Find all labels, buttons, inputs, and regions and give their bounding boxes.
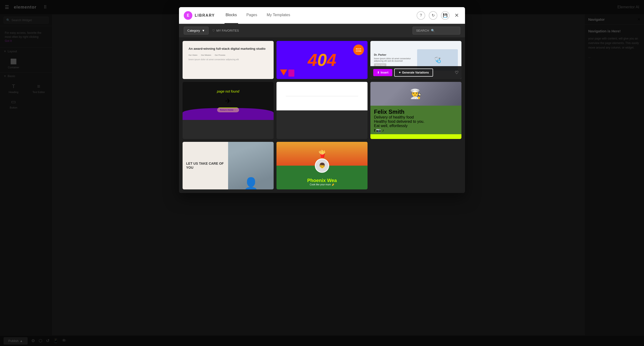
sparkle-icon: ✦: [398, 71, 401, 74]
insert-button[interactable]: ⬇ Insert: [373, 69, 392, 76]
food-phoenix-preview: 🍟 👦 Phoenix Wea Cook like your mum 🤌: [276, 142, 368, 189]
skincare-image: 👤: [228, 142, 274, 189]
tab-blocks[interactable]: Blocks: [224, 7, 238, 24]
template-card-404-colorful[interactable]: 404 BACK HOME: [276, 41, 368, 79]
save-button[interactable]: 💾: [441, 11, 450, 20]
tiktok-icon: ♪: [382, 128, 384, 132]
marketing-title: An award-winning full-stack digital mark…: [188, 47, 266, 51]
info-button[interactable]: ?: [416, 11, 425, 20]
felix-subtitle: Delivery of healthy food: [374, 115, 458, 120]
phoenix-avatar: 👦: [315, 159, 329, 173]
library-logo: E LIBRARY: [184, 11, 215, 20]
rect-decor: [288, 69, 294, 77]
generate-variations-button[interactable]: ✦ Generate Variations: [394, 69, 433, 77]
felix-green-bg: Felix Smith Delivery of healthy food Hea…: [370, 106, 462, 135]
doctor-name: Dr. Parker: [374, 53, 415, 56]
download-icon: ⬇: [377, 71, 380, 74]
modal-overlay: E LIBRARY Blocks Pages My Templates ?: [0, 0, 644, 346]
search-icon: 🔍: [431, 29, 435, 32]
felix-name: Felix Smith: [374, 109, 458, 115]
felix-desc: Healthy food delivered to you. Eat well,…: [374, 120, 458, 128]
blob-decor: [182, 108, 274, 120]
template-card-doctor[interactable]: Dr. Parker lorem ipsum dolor sit amet co…: [370, 41, 462, 79]
modal-close-button[interactable]: ✕: [453, 12, 460, 19]
save-icon: 💾: [443, 13, 448, 18]
library-logo-text: LIBRARY: [195, 13, 215, 18]
model-silhouette: 👤: [244, 177, 258, 189]
tab-pages[interactable]: Pages: [245, 7, 258, 24]
marketing-lorem: lorem ipsum dolor sit amet consectetur a…: [188, 58, 239, 61]
felix-preview: Felix Smith Delivery of healthy food Hea…: [370, 82, 462, 139]
triangle-decor: [280, 69, 287, 75]
modal-header-actions: ? ↻ 💾 ✕: [416, 11, 460, 20]
library-logo-letter: E: [187, 13, 190, 18]
felix-text-block: Felix Smith Delivery of healthy food Hea…: [374, 109, 458, 133]
filter-bar: Category ▼ ♡ MY FAVORITES SEARCH 🔍: [179, 24, 465, 37]
template-card-felix[interactable]: Felix Smith Delivery of healthy food Hea…: [370, 82, 462, 139]
doctor-text-side: Dr. Parker lorem ipsum dolor sit amet co…: [374, 53, 415, 67]
404-colorful-preview: 404 BACK HOME: [276, 41, 368, 79]
search-bar[interactable]: SEARCH 🔍: [412, 27, 460, 34]
dropdown-arrow-icon: ▼: [202, 29, 205, 32]
instagram-icon: 📷: [376, 128, 381, 132]
category-label: Category: [187, 29, 200, 32]
phoenix-name: Phoenix Wea: [307, 178, 337, 183]
minimal-inner: [286, 96, 358, 96]
heart-favorites-icon: ♡: [212, 29, 215, 32]
refresh-icon: ↻: [432, 13, 435, 18]
pnf-title: page not found: [217, 89, 239, 93]
aircraft-icon: ✈: [225, 97, 231, 105]
404-big-text: 404: [308, 51, 336, 69]
insert-label: Insert: [381, 71, 388, 74]
template-card-minimal[interactable]: [276, 82, 368, 139]
minimal-preview: [276, 82, 368, 110]
skincare-title: LET US TAKE CARE OF YOU: [186, 162, 224, 170]
generate-label: Generate Variations: [402, 71, 429, 74]
marketing-stat-mission: Our Mission: [201, 54, 211, 56]
food-emoji: 🍟: [318, 150, 326, 158]
category-dropdown[interactable]: Category ▼: [184, 27, 208, 34]
template-card-page-not-found[interactable]: page not found ✈ Return Home →: [182, 82, 274, 139]
close-icon: ✕: [454, 12, 459, 18]
facebook-icon: 𝐟: [374, 128, 375, 132]
favorite-button[interactable]: ♡: [455, 70, 458, 75]
insert-bar: ⬇ Insert ✦ Generate Variations ♡: [370, 66, 462, 79]
modal-tabs: Blocks Pages My Templates: [224, 7, 416, 24]
templates-grid: An award-winning full-stack digital mark…: [179, 37, 465, 193]
marketing-stats: Our Vision Our Mission Our Process: [188, 54, 225, 56]
modal-header: E LIBRARY Blocks Pages My Templates ?: [179, 7, 465, 24]
favorites-button[interactable]: ♡ MY FAVORITES: [212, 29, 239, 32]
doctor-desc: lorem ipsum dolor sit amet consectetur a…: [374, 57, 415, 62]
back-home-badge: BACK HOME: [353, 44, 364, 55]
refresh-button[interactable]: ↻: [429, 11, 437, 20]
phoenix-tagline: Cook like your mum 🤌: [310, 183, 334, 186]
marketing-preview: An award-winning full-stack digital mark…: [182, 41, 274, 79]
chef-photo: [370, 82, 462, 106]
info-icon: ?: [420, 13, 422, 18]
marketing-stat-vision: Our Vision: [188, 54, 197, 56]
marketing-stat-process: Our Process: [215, 54, 225, 56]
library-logo-icon: E: [184, 11, 192, 20]
template-card-marketing[interactable]: An award-winning full-stack digital mark…: [182, 41, 274, 79]
tab-my-templates[interactable]: My Templates: [266, 7, 291, 24]
template-card-food-phoenix[interactable]: 🍟 👦 Phoenix Wea Cook like your mum 🤌: [276, 142, 368, 189]
template-card-skincare[interactable]: LET US TAKE CARE OF YOU 👤: [182, 142, 274, 189]
library-modal: E LIBRARY Blocks Pages My Templates ?: [179, 7, 465, 193]
page-not-found-preview: page not found ✈ Return Home →: [182, 82, 274, 120]
skincare-text: LET US TAKE CARE OF YOU: [182, 142, 228, 189]
heart-icon: ♡: [455, 70, 458, 75]
yellow-bar-decor: [370, 134, 462, 139]
search-placeholder: SEARCH: [416, 29, 429, 32]
404-decor: [280, 69, 294, 77]
felix-social-icons: 𝐟 📷 ♪: [374, 128, 458, 133]
skincare-preview: LET US TAKE CARE OF YOU 👤: [182, 142, 274, 189]
favorites-label: MY FAVORITES: [216, 29, 239, 32]
